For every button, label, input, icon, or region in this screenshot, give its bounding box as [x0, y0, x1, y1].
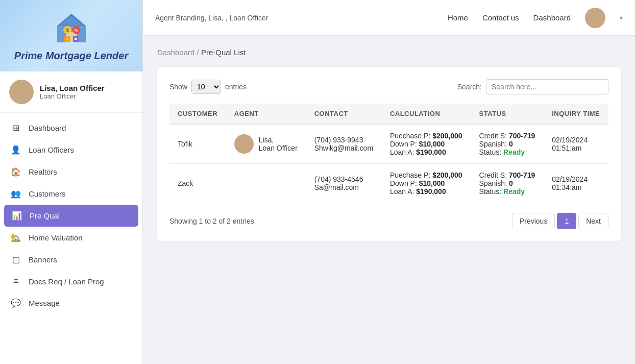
nav-icon-pre-qual: 📊	[11, 211, 22, 221]
user-name: Lisa, Loan Officer	[40, 84, 105, 92]
svg-text:%: %	[74, 28, 78, 33]
svg-point-16	[240, 137, 248, 145]
calculation-cell-0: Puechase P: $200,000 Down P: $10,000 Loa…	[382, 124, 471, 164]
table-row: Tofik Lisa, Loan Officer (704) 933-9943S…	[169, 124, 608, 164]
col-calculation: CALCULATION	[382, 104, 471, 124]
user-role: Loan Officer	[40, 92, 105, 100]
inquiry-time-cell-0: 02/19/202401:51:am	[544, 124, 608, 164]
topnav-avatar[interactable]	[585, 8, 605, 28]
topnav: Agent Branding, Lisa, , Loan Officer Hom…	[143, 0, 635, 36]
sidebar-logo: $ % + = Prime Mortgage Lender	[0, 0, 142, 71]
sidebar-item-customers[interactable]: 👥Customers	[0, 183, 142, 205]
breadcrumb-current: Pre-Qual List	[201, 48, 246, 57]
nav-icon-docs-req: ≡	[10, 277, 21, 286]
agent-info-0: Lisa, Loan Officer	[259, 136, 298, 152]
sidebar-user: Lisa, Loan Officer Loan Officer	[0, 71, 142, 113]
entries-label: entries	[225, 83, 247, 91]
sidebar-item-pre-qual[interactable]: 📊Pre Qual	[4, 205, 138, 227]
sidebar-item-message[interactable]: 💬Message	[0, 292, 142, 314]
main-content: Agent Branding, Lisa, , Loan Officer Hom…	[143, 0, 635, 364]
nav-icon-realtors: 🏠	[10, 167, 21, 177]
content-area: Dashboard / Pre-Qual List Show 102550100…	[143, 36, 635, 364]
pagination-controls: Previous 1 Next	[512, 213, 608, 229]
breadcrumb-separator: /	[194, 48, 201, 57]
svg-marker-2	[59, 15, 84, 25]
svg-point-12	[16, 84, 27, 94]
status-cell-1: Credit S: 700-719 Spanish: 0 Status: Rea…	[471, 164, 544, 203]
topnav-breadcrumb-text: Agent Branding, Lisa, , Loan Officer	[155, 14, 268, 22]
sidebar: $ % + = Prime Mortgage Lender Lisa, Loan…	[0, 0, 143, 364]
header-row: CUSTOMERAGENTCONTACTCALCULATIONSTATUSINQ…	[169, 104, 608, 124]
customer-cell-1: Zack	[169, 164, 226, 203]
col-contact: CONTACT	[306, 104, 382, 124]
nav-icon-banners: ▢	[10, 255, 21, 264]
table-controls: Show 102550100 entries Search:	[169, 79, 608, 94]
user-avatar	[9, 80, 34, 104]
svg-text:=: =	[74, 36, 77, 42]
topnav-caret-icon[interactable]: ▾	[620, 14, 623, 21]
svg-point-15	[589, 20, 601, 28]
svg-point-17	[238, 145, 250, 154]
entries-select[interactable]: 102550100	[191, 80, 221, 94]
agent-cell-1	[226, 164, 306, 203]
page-1-button[interactable]: 1	[557, 213, 576, 229]
nav-label-realtors: Realtors	[29, 167, 57, 176]
table-body: Tofik Lisa, Loan Officer (704) 933-9943S…	[169, 124, 608, 203]
pagination-info: Showing 1 to 2 of 2 entries	[169, 217, 254, 225]
sidebar-nav: ⊞Dashboard👤Loan Officers🏠Realtors👥Custom…	[0, 113, 142, 364]
sidebar-item-loan-officers[interactable]: 👤Loan Officers	[0, 139, 142, 161]
svg-text:+: +	[65, 36, 68, 42]
nav-label-dashboard: Dashboard	[29, 124, 66, 132]
pagination-row: Showing 1 to 2 of 2 entries Previous 1 N…	[169, 213, 608, 229]
sidebar-item-banners[interactable]: ▢Banners	[0, 249, 142, 271]
topnav-right: Home Contact us Dashboard ▾	[448, 8, 623, 28]
breadcrumb-parent[interactable]: Dashboard	[157, 48, 194, 57]
col-inquiry-time: INQUIRY TIME	[544, 104, 608, 124]
sidebar-item-dashboard[interactable]: ⊞Dashboard	[0, 117, 142, 139]
sidebar-item-docs-req[interactable]: ≡Docs Req / Loan Prog	[0, 271, 142, 292]
sidebar-item-realtors[interactable]: 🏠Realtors	[0, 161, 142, 183]
dashboard-link[interactable]: Dashboard	[533, 13, 571, 22]
previous-button[interactable]: Previous	[512, 213, 555, 229]
calculation-cell-1: Puechase P: $200,000 Down P: $10,000 Loa…	[382, 164, 471, 203]
show-label: Show	[169, 83, 187, 91]
table-header: CUSTOMERAGENTCONTACTCALCULATIONSTATUSINQ…	[169, 104, 608, 124]
col-status: STATUS	[471, 104, 544, 124]
next-button[interactable]: Next	[578, 213, 608, 229]
sidebar-item-home-valuation[interactable]: 🏡Home Valuation	[0, 227, 142, 249]
logo-title: Prime Mortgage Lender	[14, 50, 128, 62]
nav-icon-message: 💬	[10, 298, 21, 308]
data-table: CUSTOMERAGENTCONTACTCALCULATIONSTATUSINQ…	[169, 104, 608, 203]
nav-label-docs-req: Docs Req / Loan Prog	[29, 277, 104, 286]
user-info: Lisa, Loan Officer Loan Officer	[40, 84, 105, 100]
nav-label-loan-officers: Loan Officers	[29, 145, 74, 154]
agent-thumb-0	[234, 134, 254, 154]
inquiry-time-cell-1: 02/19/202401:34:am	[544, 164, 608, 203]
nav-label-home-valuation: Home Valuation	[29, 233, 83, 242]
customer-cell-0: Tofik	[169, 124, 226, 164]
nav-icon-loan-officers: 👤	[10, 145, 21, 155]
col-agent: AGENT	[226, 104, 306, 124]
nav-icon-dashboard: ⊞	[10, 123, 21, 133]
nav-label-banners: Banners	[29, 255, 57, 264]
search-box: Search:	[457, 79, 608, 94]
contact-cell-1: (704) 933-4546Sa@mail.com	[306, 164, 382, 203]
logo-icon: $ % + =	[54, 10, 89, 46]
home-link[interactable]: Home	[448, 13, 468, 22]
nav-label-message: Message	[29, 299, 60, 307]
agent-cell-0: Lisa, Loan Officer	[226, 124, 306, 164]
svg-point-13	[14, 94, 29, 104]
col-customer: CUSTOMER	[169, 104, 226, 124]
table-row: Zack(704) 933-4546Sa@mail.comPuechase P:…	[169, 164, 608, 203]
nav-label-pre-qual: Pre Qual	[30, 211, 60, 220]
nav-icon-home-valuation: 🏡	[10, 233, 21, 242]
status-cell-0: Credit S: 700-719 Spanish: 0 Status: Rea…	[471, 124, 544, 164]
show-entries: Show 102550100 entries	[169, 80, 247, 94]
search-label: Search:	[457, 83, 482, 91]
svg-text:$: $	[66, 27, 69, 33]
contact-link[interactable]: Contact us	[482, 13, 519, 22]
svg-point-14	[591, 11, 599, 19]
breadcrumb: Dashboard / Pre-Qual List	[157, 48, 621, 57]
nav-icon-customers: 👥	[10, 189, 21, 199]
search-input[interactable]	[486, 79, 608, 94]
